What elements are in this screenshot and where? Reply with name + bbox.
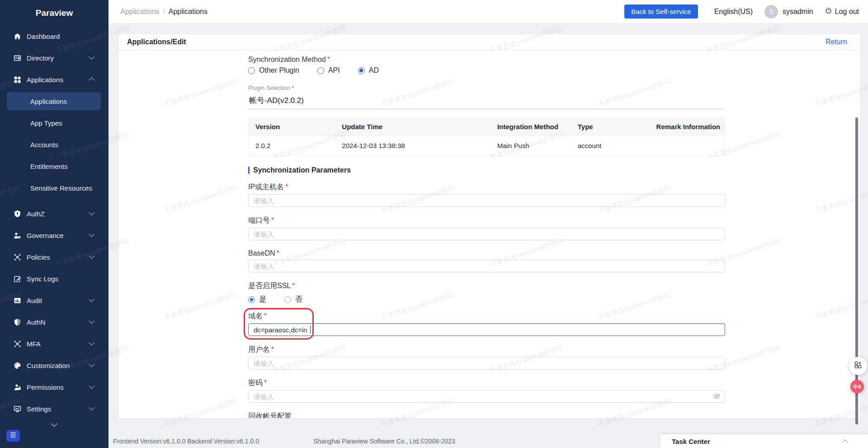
cell-remark	[650, 136, 725, 156]
sidebar-item-directory[interactable]: Directory	[0, 47, 108, 69]
sidebar-item-applications[interactable]: Applications	[0, 69, 108, 90]
sidebar-item-label: Customization	[27, 362, 70, 369]
avatar[interactable]: S	[764, 5, 778, 19]
cell-version: 2.0.2	[249, 136, 335, 156]
chevron-down-icon	[51, 420, 57, 427]
sidebar-item-dashboard[interactable]: Dashboard	[0, 25, 108, 47]
sidebar-item-entitlements[interactable]: Entitlements	[0, 155, 108, 177]
logout-button[interactable]: Log out	[825, 7, 859, 16]
apps-grid-icon	[14, 76, 21, 84]
drone-icon	[14, 253, 21, 261]
sidebar-nav: DashboardDirectoryApplicationsApplicatio…	[0, 25, 108, 420]
port-input[interactable]	[248, 228, 725, 240]
chevron-up-icon	[842, 439, 848, 445]
shield-icon	[14, 318, 21, 326]
sync-method-options: Other Plugin API AD	[248, 66, 725, 75]
radio-ad[interactable]: AD	[358, 66, 379, 75]
plugin-selection-value[interactable]: 帐号-AD(v2.0.2)	[248, 91, 725, 109]
sidebar-item-accounts[interactable]: Accounts	[0, 134, 108, 155]
page-title: Applications/Edit	[127, 38, 186, 46]
radio-circle-icon	[317, 67, 324, 74]
ssl-label: 是否启用SSL	[248, 281, 725, 291]
radio-other-plugin-label: Other Plugin	[259, 66, 299, 75]
sidebar-item-applications[interactable]: Applications	[0, 90, 108, 112]
radio-ssl-yes[interactable]: 是	[248, 295, 266, 304]
idcard-icon	[14, 54, 21, 62]
ip-input[interactable]	[248, 194, 725, 207]
col-version: Version	[249, 118, 335, 136]
language-selector[interactable]: English(US)	[714, 8, 753, 16]
translate-button[interactable]: 中A	[850, 380, 864, 393]
sidebar-scroll-more[interactable]	[0, 420, 108, 426]
radio-selected-icon	[358, 67, 365, 74]
ssl-options: 是 否	[248, 295, 725, 304]
sidebar-item-label: Sync Logs	[27, 275, 58, 283]
radio-ssl-yes-label: 是	[259, 295, 266, 304]
sidebar-item-policies[interactable]: Policies	[0, 246, 108, 268]
domain-label: 域名	[248, 312, 725, 321]
sidebar-item-label: Settings	[27, 405, 51, 413]
radio-ad-label: AD	[369, 66, 379, 75]
radio-ssl-no[interactable]: 否	[284, 295, 302, 304]
breadcrumb-root[interactable]: Applications	[120, 8, 159, 16]
chevron-down-icon	[89, 54, 94, 60]
sidebar-item-mfa[interactable]: MFA	[0, 333, 108, 355]
sidebar-item-app-types[interactable]: App Types	[0, 112, 108, 134]
cell-integration-method: Main Push	[491, 136, 571, 156]
sync-method-field: Synchronization Method Other Plugin API	[248, 56, 725, 75]
back-to-self-service-button[interactable]: Back to Self-service	[624, 5, 698, 19]
logout-label: Log out	[835, 8, 859, 16]
widgets-panel-button[interactable]	[849, 357, 867, 375]
topbar: Applications / Applications Back to Self…	[108, 0, 868, 23]
radio-api-label: API	[328, 66, 340, 75]
ip-label: IP或主机名	[248, 182, 725, 192]
section-title-text: Synchronization Parameters	[253, 166, 351, 174]
basedn-input[interactable]	[248, 260, 725, 272]
home-icon	[14, 33, 21, 40]
sidebar-item-label: Policies	[27, 253, 50, 261]
monitor-icon	[14, 405, 21, 413]
sidebar-item-permissions[interactable]: Permissions	[0, 376, 108, 398]
plugin-selection-label: Plugin Selection	[248, 84, 725, 91]
radio-other-plugin[interactable]: Other Plugin	[248, 66, 299, 75]
sync-parameters-section: Synchronization Parameters	[248, 166, 725, 174]
radio-circle-icon	[284, 296, 291, 303]
sidebar-item-label: Dashboard	[27, 33, 60, 40]
sidebar-item-customization[interactable]: Customization	[0, 355, 108, 376]
sidebar-collapse-button[interactable]	[6, 430, 20, 442]
col-type: Type	[571, 118, 650, 136]
sidebar-item-authn[interactable]: AuthN	[0, 311, 108, 333]
password-input[interactable]	[248, 390, 725, 403]
content: Applications/Edit Return Synchronization…	[108, 23, 868, 434]
sidebar-item-label: Entitlements	[30, 163, 68, 170]
sidebar-item-sync-logs[interactable]: Sync Logs	[0, 268, 108, 289]
translate-icon: 中A	[853, 383, 862, 390]
basedn-label: BaseDN	[248, 249, 725, 257]
chevron-down-icon	[89, 210, 94, 215]
radio-ssl-no-label: 否	[295, 295, 302, 304]
sidebar-item-label: AuthN	[27, 318, 46, 326]
shield-key-icon	[14, 210, 21, 218]
sidebar-item-sensitive-resources[interactable]: Sensitive Resources	[0, 177, 108, 199]
sidebar-item-audit[interactable]: Audit	[0, 289, 108, 311]
vertical-scrollbar-thumb[interactable]	[855, 117, 858, 425]
sidebar-item-authz[interactable]: AuthZ	[0, 203, 108, 224]
sidebar-item-settings[interactable]: Settings	[0, 398, 108, 420]
radio-api[interactable]: API	[317, 66, 340, 75]
sidebar-item-governance[interactable]: Governance	[0, 224, 108, 246]
col-update-time: Update Time	[335, 118, 491, 136]
sidebar-item-label: Audit	[27, 297, 42, 304]
recycle-config-field: 回收帐号配置 Test connection	[248, 412, 725, 418]
app-window: Paraview DashboardDirectoryApplicationsA…	[0, 0, 868, 448]
eye-off-icon[interactable]	[713, 392, 721, 400]
basedn-field: BaseDN	[248, 249, 725, 272]
task-center-bar[interactable]: Task Center	[660, 434, 868, 448]
username-input[interactable]	[248, 357, 725, 369]
return-link[interactable]: Return	[826, 38, 847, 46]
table-header-row: Version Update Time Integration Method T…	[249, 118, 725, 136]
domain-input[interactable]	[248, 323, 725, 336]
username[interactable]: sysadmin	[783, 8, 813, 16]
sidebar: Paraview DashboardDirectoryApplicationsA…	[0, 0, 108, 448]
port-label: 端口号	[248, 216, 725, 225]
sidebar-item-label: Applications	[30, 98, 67, 105]
